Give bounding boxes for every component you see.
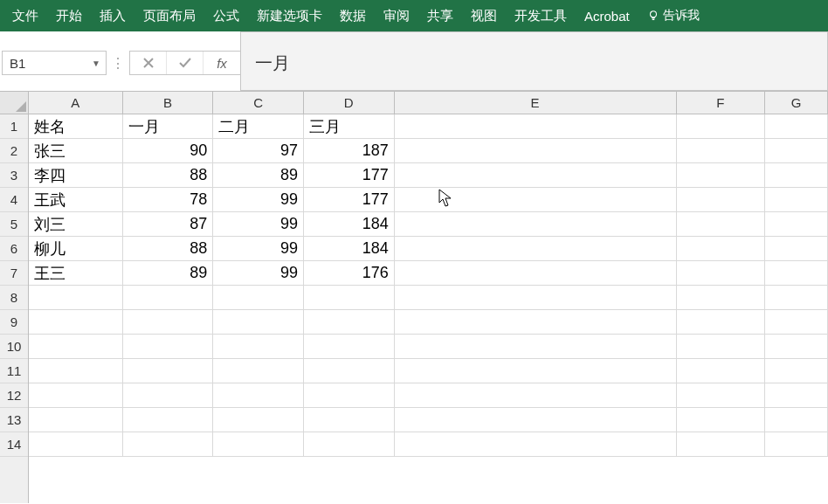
cell[interactable] — [395, 335, 677, 359]
row-header[interactable]: 11 — [0, 359, 28, 383]
cell[interactable] — [765, 261, 828, 286]
cell[interactable] — [29, 432, 123, 457]
cancel-button[interactable] — [130, 52, 167, 74]
cell[interactable]: 88 — [123, 163, 214, 188]
formula-input[interactable]: 一月 — [240, 31, 828, 91]
cell[interactable] — [395, 432, 677, 457]
cell[interactable]: 张三 — [29, 139, 123, 163]
row-header[interactable]: 13 — [0, 408, 28, 432]
cell[interactable] — [304, 286, 395, 310]
cell[interactable]: 王武 — [29, 188, 123, 212]
cell[interactable] — [765, 286, 828, 310]
ribbon-tab[interactable]: 开始 — [47, 0, 91, 31]
cell[interactable] — [123, 408, 214, 432]
cell[interactable] — [395, 408, 677, 432]
cell[interactable] — [677, 408, 766, 432]
enter-button[interactable] — [167, 52, 204, 74]
cell[interactable] — [677, 212, 766, 237]
cell[interactable] — [765, 383, 828, 408]
cell[interactable] — [677, 383, 766, 408]
cell[interactable] — [765, 432, 828, 457]
cell[interactable] — [765, 237, 828, 261]
column-header[interactable]: G — [765, 92, 828, 114]
cell[interactable]: 一月 — [123, 114, 214, 139]
cell[interactable] — [395, 212, 677, 237]
row-header[interactable]: 1 — [0, 114, 28, 139]
cell[interactable] — [395, 237, 677, 261]
ribbon-tab[interactable]: Acrobat — [576, 0, 638, 31]
cell[interactable] — [304, 310, 395, 335]
row-header[interactable]: 14 — [0, 432, 28, 457]
cell[interactable]: 87 — [123, 212, 214, 237]
cell[interactable] — [677, 163, 766, 188]
row-header[interactable]: 8 — [0, 286, 28, 310]
cell[interactable]: 184 — [304, 237, 395, 261]
cell[interactable] — [395, 163, 677, 188]
ribbon-tab[interactable]: 开发工具 — [506, 0, 576, 31]
cell[interactable]: 二月 — [213, 114, 304, 139]
cell[interactable] — [304, 432, 395, 457]
column-header[interactable]: E — [395, 92, 677, 114]
cell[interactable] — [395, 286, 677, 310]
cell[interactable]: 李四 — [29, 163, 123, 188]
row-header[interactable]: 2 — [0, 139, 28, 163]
cell[interactable]: 99 — [213, 188, 304, 212]
ribbon-tab[interactable]: 共享 — [418, 0, 462, 31]
drag-handle-icon[interactable]: ⋮ — [107, 51, 129, 75]
cell[interactable] — [213, 383, 304, 408]
cell[interactable] — [395, 188, 677, 212]
column-header[interactable]: C — [213, 92, 304, 114]
cell[interactable]: 王三 — [29, 261, 123, 286]
cell[interactable]: 99 — [213, 237, 304, 261]
cell[interactable] — [677, 286, 766, 310]
row-header[interactable]: 6 — [0, 237, 28, 261]
cell[interactable] — [29, 383, 123, 408]
cell[interactable] — [123, 335, 214, 359]
chevron-down-icon[interactable]: ▼ — [92, 59, 100, 68]
ribbon-tab[interactable]: 审阅 — [375, 0, 418, 31]
row-header[interactable]: 9 — [0, 310, 28, 335]
cell[interactable]: 姓名 — [29, 114, 123, 139]
cell[interactable] — [677, 188, 766, 212]
cell[interactable] — [765, 310, 828, 335]
cell[interactable]: 78 — [123, 188, 214, 212]
cell[interactable] — [29, 408, 123, 432]
cell[interactable] — [213, 432, 304, 457]
tell-me-search[interactable]: 告诉我 — [638, 0, 708, 31]
cell[interactable] — [765, 188, 828, 212]
cell[interactable] — [304, 335, 395, 359]
ribbon-tab[interactable]: 新建选项卡 — [248, 0, 331, 31]
cell[interactable] — [123, 359, 214, 383]
cell[interactable] — [765, 163, 828, 188]
cell[interactable]: 三月 — [304, 114, 395, 139]
name-box[interactable]: B1 ▼ — [2, 51, 107, 75]
select-all-corner[interactable] — [0, 92, 29, 114]
cell[interactable] — [213, 286, 304, 310]
cell[interactable]: 刘三 — [29, 212, 123, 237]
cell[interactable]: 89 — [213, 163, 304, 188]
cell[interactable] — [213, 359, 304, 383]
cell[interactable] — [395, 359, 677, 383]
cell[interactable]: 89 — [123, 261, 214, 286]
cell[interactable] — [395, 114, 677, 139]
cell[interactable] — [677, 114, 766, 139]
cell[interactable] — [123, 383, 214, 408]
cell[interactable] — [765, 335, 828, 359]
cell[interactable] — [29, 335, 123, 359]
cell[interactable] — [304, 359, 395, 383]
cell[interactable] — [29, 359, 123, 383]
cell[interactable]: 184 — [304, 212, 395, 237]
cell[interactable] — [765, 212, 828, 237]
row-header[interactable]: 5 — [0, 212, 28, 237]
ribbon-tab[interactable]: 页面布局 — [135, 0, 204, 31]
cell[interactable] — [765, 408, 828, 432]
cell[interactable] — [677, 359, 766, 383]
cell[interactable] — [213, 335, 304, 359]
spreadsheet-grid[interactable]: ABCDEFG 1234567891011121314 姓名一月二月三月张三90… — [0, 92, 828, 503]
cell[interactable] — [213, 310, 304, 335]
ribbon-tab[interactable]: 数据 — [331, 0, 375, 31]
cell[interactable] — [395, 139, 677, 163]
cell[interactable]: 90 — [123, 139, 214, 163]
cell[interactable] — [304, 408, 395, 432]
cell[interactable] — [765, 359, 828, 383]
